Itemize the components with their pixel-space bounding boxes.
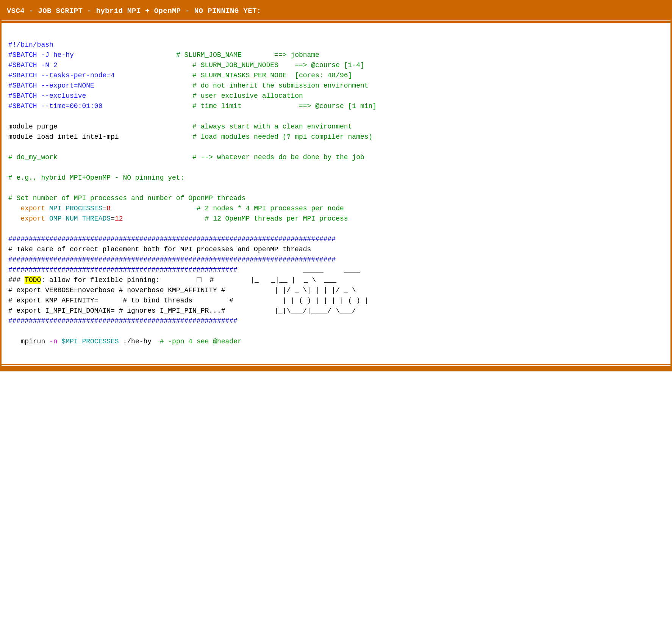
- ascii-art-4: | | (_) | |_| | (_) |: [274, 297, 368, 304]
- sbatch-export: #SBATCH --export=NONE: [8, 82, 94, 89]
- ascii-art-1: _____ ____: [303, 266, 360, 274]
- comment-set-num: # Set number of MPI processes and number…: [8, 194, 246, 202]
- comment-mpi-processes: # 2 nodes * 4 MPI processes per node: [197, 205, 344, 212]
- hash-todo-line: ### TODO: allow for flexible pinning: #: [8, 276, 214, 284]
- comment-omp-threads: # 12 OpenMP threads per MPI process: [205, 215, 348, 222]
- bottom-border: [2, 368, 670, 370]
- module-purge: module purge: [8, 123, 58, 130]
- sbatch-n: #SBATCH -N 2: [8, 61, 58, 69]
- comment-ntasks: # SLURM_NTASKS_PER_NODE [cores: 48/96]: [192, 72, 352, 79]
- comment-job-nodes: # SLURM_JOB_NUM_NODES ==> @course [1-4]: [192, 61, 364, 69]
- mpirun-n: -n: [49, 338, 61, 345]
- comment-do-work-right: # --> whatever needs do be done by the j…: [192, 153, 364, 161]
- comment-job-name: # SLURM_JOB_NAME ==> jobname: [176, 51, 319, 59]
- export-keyword-1: export: [20, 205, 49, 212]
- code-block: #!/bin/bash #SBATCH -J he-hy # SLURM_JOB…: [8, 30, 664, 357]
- comment-time: # time limit ==> @course [1 min]: [192, 102, 377, 110]
- hash-kmp: # export KMP_AFFINITY= # to bind threads…: [8, 297, 233, 304]
- hash-sep-1: ########################################…: [8, 235, 336, 243]
- header-title: VSC4 - JOB SCRIPT - hybrid MPI + OpenMP …: [7, 7, 261, 15]
- sbatch-excl: #SBATCH --exclusive: [8, 92, 86, 100]
- sbatch-tasks: #SBATCH --tasks-per-node=4: [8, 72, 115, 79]
- comment-purge: # always start with a clean environment: [192, 123, 352, 130]
- comment-excl: # user exclusive allocation: [192, 92, 303, 100]
- comment-ppn: # -ppn 4 see @header: [160, 338, 242, 345]
- hash-sep-2: ########################################…: [8, 256, 336, 263]
- sbatch-j: #SBATCH -J he-hy: [8, 51, 74, 59]
- comment-do-work-left: # do_my_work: [8, 153, 58, 161]
- hash-sep-4: ########################################…: [8, 317, 238, 325]
- separator-bottom: [2, 364, 670, 368]
- sbatch-time: #SBATCH --time=00:01:00: [8, 102, 102, 110]
- mpirun-rest: ./he-hy: [119, 338, 160, 345]
- ascii-art-5: |_|\___/|____/ \___/: [266, 307, 356, 315]
- todo-highlight: TODO: [25, 276, 41, 284]
- export-keyword-2: export: [20, 215, 49, 222]
- separator-top: [2, 19, 670, 23]
- export-omp-val: 12: [115, 215, 123, 222]
- header-bar: VSC4 - JOB SCRIPT - hybrid MPI + OpenMP …: [2, 4, 670, 19]
- mpirun-processes: $MPI_PROCESSES: [61, 338, 119, 345]
- hash-sep-3: ########################################…: [8, 266, 238, 274]
- export-omp-var: OMP_NUM_THREADS: [49, 215, 111, 222]
- export-mpi-val: 8: [106, 205, 111, 212]
- hash-verbose: # export VERBOSE=noverbose # noverbose K…: [8, 287, 225, 294]
- main-container: VSC4 - JOB SCRIPT - hybrid MPI + OpenMP …: [0, 0, 672, 371]
- comment-load: # load modules needed (? mpi compiler na…: [192, 133, 372, 141]
- module-load: module load intel intel-mpi: [8, 133, 119, 141]
- ascii-art-3: | |/ _ \| | | |/ _ \: [266, 287, 356, 294]
- hash-care: # Take care of correct placement both fo…: [8, 246, 311, 253]
- hash-ipi: # export I_MPI_PIN_DOMAIN= # ignores I_M…: [8, 307, 225, 315]
- mpirun-cmd: mpirun: [20, 338, 49, 345]
- export-mpi-var: MPI_PROCESSES: [49, 205, 102, 212]
- comment-eg: # e.g., hybrid MPI+OpenMP - NO pinning y…: [8, 174, 184, 182]
- comment-export: # do not inherit the submission environm…: [192, 82, 368, 89]
- ascii-art-2: |_ _|__ | _ \ ___: [251, 276, 337, 284]
- shebang: #!/bin/bash: [8, 41, 53, 49]
- content-area: #!/bin/bash #SBATCH -J he-hy # SLURM_JOB…: [2, 23, 670, 364]
